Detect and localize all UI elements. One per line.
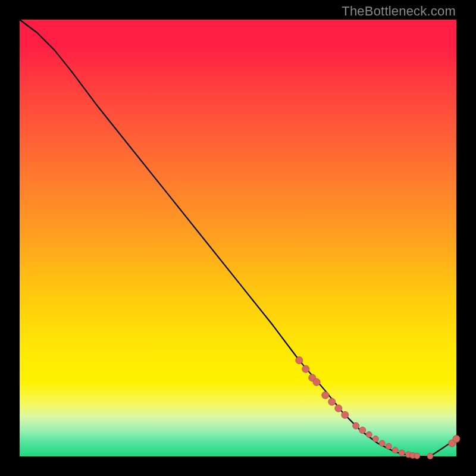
highlighted-point: [372, 436, 378, 442]
highlighted-point: [386, 443, 392, 449]
chart-stage: TheBottleneck.com: [0, 0, 476, 476]
highlighted-point: [359, 427, 366, 434]
highlighted-point: [399, 450, 405, 456]
chart-overlay: [20, 20, 456, 456]
highlighted-point: [414, 453, 420, 459]
highlighted-point: [302, 365, 309, 372]
highlighted-point: [328, 398, 336, 405]
highlighted-point: [366, 431, 372, 437]
highlighted-point: [392, 447, 398, 453]
bottleneck-curve: [20, 20, 456, 456]
highlighted-point: [335, 405, 342, 412]
highlighted-point: [453, 436, 460, 443]
highlighted-point: [322, 392, 329, 399]
watermark-text: TheBottleneck.com: [342, 4, 456, 19]
highlighted-point: [427, 453, 433, 459]
highlighted-point: [379, 440, 385, 446]
highlighted-point: [342, 411, 349, 418]
highlighted-point: [296, 357, 303, 364]
highlighted-point: [353, 422, 359, 429]
highlighted-point: [313, 378, 320, 386]
